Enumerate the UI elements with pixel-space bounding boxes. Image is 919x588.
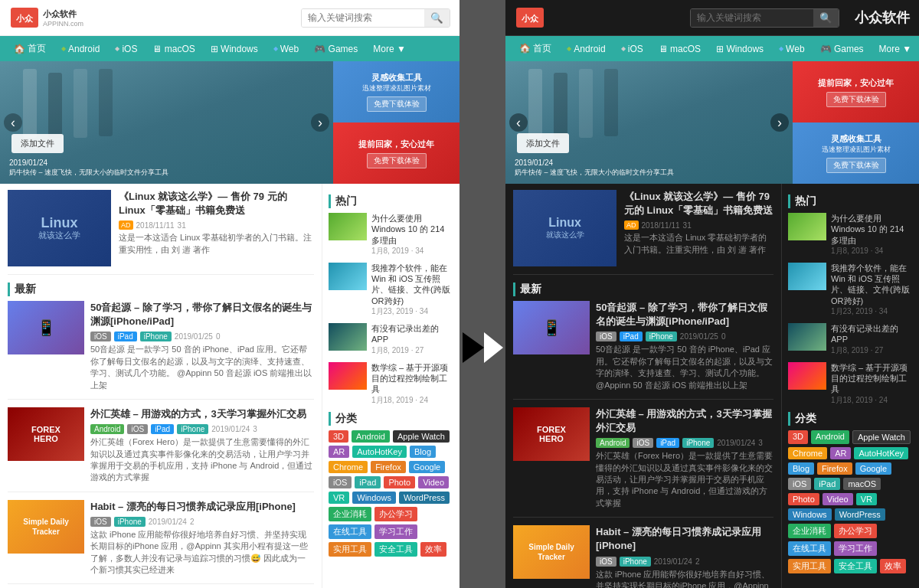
cat-applewatch-left[interactable]: Apple Watch — [393, 430, 450, 443]
cat-video-left[interactable]: Video — [418, 476, 449, 488]
ad-top-left[interactable]: 灵感收集工具 迅速整理凌乱图片素材 免费下载体验 — [333, 61, 460, 122]
tag-ios-50yin: iOS — [90, 332, 111, 341]
50yin-meta-left: iOS iPad iPhone 2019/01/25 0 — [90, 332, 314, 341]
cat-office-right[interactable]: 办公学习 — [834, 524, 877, 538]
cat-vr-right[interactable]: VR — [856, 493, 877, 505]
nav-web-right[interactable]: ◆ Web — [771, 38, 812, 60]
nav-right: 🏠 首页 ◆ Android ◆ iOS 🖥 macOS ⊞ Windows ◆… — [505, 36, 919, 61]
cat-3d-right[interactable]: 3D — [788, 430, 808, 444]
nav-android-right[interactable]: ◆ Android — [559, 38, 613, 60]
cat-security-right[interactable]: 安全工具 — [834, 559, 877, 573]
cat-util-right[interactable]: 实用工具 — [788, 559, 831, 573]
cat-autohotkey-right[interactable]: AutoHotKey — [854, 447, 908, 459]
cat-ios-right[interactable]: iOS — [788, 478, 811, 490]
cat-video-right[interactable]: Video — [823, 493, 853, 505]
cat-firefox-right[interactable]: Firefox — [817, 462, 852, 475]
ad-bottom-left[interactable]: 提前回家，安心过年 免费下载体验 — [333, 122, 460, 184]
banner-button-left[interactable]: 添加文件 — [11, 134, 64, 153]
nav-more-right[interactable]: More ▼ — [872, 38, 919, 60]
search-box-left[interactable]: 🔍 — [301, 8, 450, 28]
cat-ipad-right[interactable]: iPad — [814, 478, 840, 490]
cat-util-left[interactable]: 实用工具 — [329, 542, 371, 557]
cat-vr-left[interactable]: VR — [329, 492, 349, 504]
cat-office-left[interactable]: 办公学习 — [374, 507, 417, 521]
ad-bottom-btn-right[interactable]: 免费下载体验 — [826, 158, 886, 173]
article-forex-right: FOREXHERO 外汇英雄 – 用游戏的方式，3天学习掌握外汇交易 Andro… — [513, 407, 773, 518]
cat-photo-left[interactable]: Photo — [384, 476, 415, 488]
banner-desc-right: 奶牛快传 – 速度飞快，无限大小的临时文件分享工具 — [515, 168, 789, 178]
banner-prev-left[interactable]: ‹ — [4, 113, 22, 132]
nav-windows-left[interactable]: ⊞ Windows — [203, 38, 266, 60]
nav-ios-right[interactable]: ◆ iOS — [613, 38, 651, 60]
banner-button-right[interactable]: 添加文件 — [517, 133, 569, 153]
ad-bottom-title-left: 提前回家，安心过年 — [358, 139, 434, 150]
cat-online-right[interactable]: 在线工具 — [788, 541, 831, 556]
cat-learn-left[interactable]: 学习工作 — [374, 524, 417, 539]
cat-chrome-right[interactable]: Chrome — [788, 447, 827, 459]
cat-autohotkey-left[interactable]: AutoHotKey — [352, 446, 407, 458]
cat-wordpress-left[interactable]: WordPress — [399, 492, 450, 504]
nav-android-left[interactable]: ◆ Android — [54, 38, 107, 60]
ad-top-btn-left[interactable]: 免费下载体验 — [367, 96, 427, 112]
cat-ar-left[interactable]: AR — [329, 446, 349, 458]
cat-android-left[interactable]: Android — [352, 430, 390, 443]
ads-right: 提前回家，安心过年 免费下载体验 灵感收集工具 迅速整理凌乱图片素材 免费下载体… — [793, 61, 919, 184]
ad-top-sub-left: 迅速整理凌乱图片素材 — [362, 83, 431, 93]
cat-windows-right[interactable]: Windows — [788, 508, 832, 521]
cat-google-right[interactable]: Google — [855, 462, 891, 475]
cat-company-left[interactable]: 企业消耗 — [329, 507, 371, 521]
cat-windows-left[interactable]: Windows — [352, 492, 396, 504]
ad-top-right[interactable]: 提前回家，安心过年 免费下载体验 — [793, 61, 919, 122]
banner-next-right[interactable]: › — [770, 113, 789, 132]
site-title-right: 小众软件 — [855, 8, 910, 27]
search-button-left[interactable]: 🔍 — [424, 9, 450, 27]
cat-efficiency-left[interactable]: 效率 — [420, 542, 446, 557]
cat-applewatch-right[interactable]: Apple Watch — [852, 430, 911, 444]
hot-thumb-2-left — [329, 263, 367, 290]
cat-wordpress-right[interactable]: WordPress — [835, 508, 885, 521]
cat-blog-right[interactable]: Blog — [788, 462, 814, 475]
banner-next-left[interactable]: › — [311, 113, 329, 132]
ad-bottom-btn-left[interactable]: 免费下载体验 — [367, 153, 427, 168]
cat-photo-right[interactable]: Photo — [788, 493, 819, 505]
cat-macos-right[interactable]: macOS — [843, 478, 881, 490]
nav-web-left[interactable]: ◆ Web — [266, 38, 306, 60]
cat-3d-left[interactable]: 3D — [329, 430, 348, 443]
cat-security-left[interactable]: 安全工具 — [374, 542, 417, 557]
cat-ios-left[interactable]: iOS — [329, 476, 352, 488]
nav-home-left[interactable]: 🏠 首页 — [6, 36, 54, 61]
logo-subtext-left: 小众软件 APPINN.com — [43, 8, 83, 28]
logo-icon-right: 小众 — [515, 6, 545, 29]
nav-games-right[interactable]: 🎮 Games — [813, 38, 872, 60]
cat-blog-left[interactable]: Blog — [410, 446, 436, 458]
cat-online-left[interactable]: 在线工具 — [329, 524, 371, 539]
banner-prev-right[interactable]: ‹ — [509, 113, 528, 132]
ad-bottom-right[interactable]: 灵感收集工具 迅速整理凌乱图片素材 免费下载体验 — [793, 122, 919, 184]
cat-google-left[interactable]: Google — [409, 461, 445, 473]
search-input-right[interactable] — [691, 9, 813, 27]
nav-windows-right[interactable]: ⊞ Windows — [708, 38, 771, 60]
nav-games-left[interactable]: 🎮 Games — [306, 38, 365, 60]
cat-android-right[interactable]: Android — [811, 430, 849, 444]
banner-image-right: 添加文件 2019/01/24 奶牛快传 – 速度飞快，无限大小的临时文件分享工… — [505, 61, 793, 184]
tag-iphone-50yin-r: iPhone — [646, 332, 677, 341]
search-button-right[interactable]: 🔍 — [813, 9, 839, 27]
cat-chrome-left[interactable]: Chrome — [329, 461, 368, 473]
ad-tag-right: AD — [624, 220, 639, 230]
cat-efficiency-right[interactable]: 效率 — [880, 559, 906, 573]
search-input-left[interactable] — [302, 9, 424, 27]
nav-macos-left[interactable]: 🖥 macOS — [145, 38, 202, 60]
ad-bottom-title-right: 灵感收集工具 — [831, 133, 881, 145]
cat-ipad-left[interactable]: iPad — [355, 476, 381, 488]
nav-more-left[interactable]: More ▼ — [365, 38, 414, 60]
cat-learn-right[interactable]: 学习工作 — [834, 541, 877, 556]
ad-top-btn-right[interactable]: 免费下载体验 — [826, 92, 886, 107]
cat-company-right[interactable]: 企业消耗 — [788, 524, 831, 538]
forex-thumb-right: FOREXHERO — [513, 407, 590, 461]
cat-firefox-left[interactable]: Firefox — [371, 461, 406, 473]
nav-ios-left[interactable]: ◆ iOS — [107, 38, 145, 60]
nav-home-right[interactable]: 🏠 首页 — [512, 36, 559, 61]
cat-ar-right[interactable]: AR — [830, 447, 851, 459]
search-box-right[interactable]: 🔍 — [690, 8, 839, 28]
nav-macos-right[interactable]: 🖥 macOS — [651, 38, 708, 60]
